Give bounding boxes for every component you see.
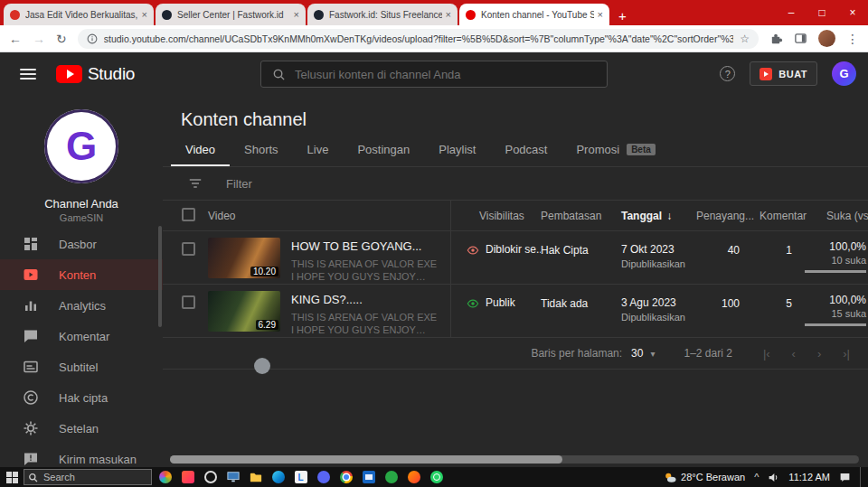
close-button[interactable]: ×: [837, 0, 868, 25]
tab-shorts[interactable]: Shorts: [230, 133, 293, 166]
spotify-icon[interactable]: [380, 467, 402, 487]
profile-avatar[interactable]: [818, 30, 835, 47]
reload-button[interactable]: ↻: [56, 33, 67, 45]
weather-widget[interactable]: 28°C Berawan: [664, 472, 745, 483]
studio-search-input[interactable]: [295, 68, 596, 81]
help-icon[interactable]: ?: [720, 66, 735, 81]
address-bar[interactable]: studio.youtube.com/channel/UCaSDbTx9KnMM…: [78, 29, 759, 49]
forward-button[interactable]: →: [33, 33, 45, 45]
video-title[interactable]: KING DS?.....: [291, 293, 440, 306]
sidebar-item-hak-cipta[interactable]: Hak cipta: [0, 382, 163, 413]
browser-tab-2[interactable]: Seller Center | Fastwork.id ×: [156, 4, 306, 25]
extensions-icon[interactable]: [769, 32, 783, 45]
outlook-icon[interactable]: [357, 467, 380, 487]
tab-playlist[interactable]: Playlist: [424, 133, 490, 166]
volume-icon[interactable]: [768, 472, 779, 483]
next-page-icon[interactable]: ›: [817, 347, 821, 361]
file-explorer-icon[interactable]: [244, 467, 267, 487]
minimize-button[interactable]: –: [776, 0, 807, 25]
tab-close-icon[interactable]: ×: [598, 9, 603, 20]
notifications-icon[interactable]: [839, 472, 851, 483]
tab-podcast[interactable]: Podcast: [490, 133, 561, 166]
photos-app-icon[interactable]: [176, 467, 199, 487]
studio-brand[interactable]: Studio: [56, 64, 135, 84]
scrollbar-thumb[interactable]: [170, 455, 562, 464]
row-checkbox[interactable]: [182, 242, 195, 256]
bookmark-star-icon[interactable]: ☆: [740, 33, 750, 45]
firefox-icon[interactable]: [402, 467, 425, 487]
visibility-blocked-icon: [467, 244, 479, 259]
sidebar-scrollbar[interactable]: [158, 226, 162, 327]
studio-search[interactable]: [260, 61, 608, 88]
start-button[interactable]: [0, 467, 24, 487]
whatsapp-icon[interactable]: [425, 467, 448, 487]
taskbar-clock[interactable]: 11:12 AM: [788, 472, 830, 482]
sidebar-item-komentar[interactable]: Komentar: [0, 321, 163, 351]
browser-tab-3[interactable]: Fastwork.id: Situs Freelance Onl ×: [307, 4, 458, 25]
column-header-date[interactable]: Tanggal ↓: [615, 210, 696, 222]
tab-postingan[interactable]: Postingan: [343, 133, 424, 166]
last-page-icon[interactable]: ›|: [843, 347, 850, 361]
tab-close-icon[interactable]: ×: [142, 9, 147, 20]
sidebar-item-analytics[interactable]: Analytics: [0, 290, 163, 321]
prev-page-icon[interactable]: ‹: [792, 347, 796, 361]
site-info-icon[interactable]: [87, 33, 98, 44]
maximize-button[interactable]: □: [807, 0, 837, 25]
tab-close-icon[interactable]: ×: [446, 9, 451, 20]
likes-count: 15 suka: [794, 308, 866, 319]
content-icon: [23, 267, 39, 283]
video-date: 7 Okt 2023: [621, 243, 696, 256]
tab-promosi[interactable]: Promosi Beta: [561, 133, 669, 166]
search-icon: [272, 68, 286, 81]
browser-tab-active[interactable]: Konten channel - YouTube Stu ×: [459, 4, 609, 25]
tray-expand-icon[interactable]: ^: [754, 472, 759, 482]
browser-menu-icon[interactable]: ⋮: [846, 33, 859, 45]
sidebar-item-kirim-masukan[interactable]: Kirim masukan: [0, 444, 163, 467]
row-checkbox[interactable]: [182, 295, 195, 309]
taskbar-search[interactable]: Search: [24, 469, 152, 485]
url-text[interactable]: studio.youtube.com/channel/UCaSDbTx9KnMM…: [104, 33, 734, 44]
dashboard-icon: [23, 236, 39, 252]
discord-icon[interactable]: [312, 467, 335, 487]
account-avatar[interactable]: G: [832, 61, 856, 86]
opera-icon[interactable]: [199, 467, 222, 487]
menu-icon[interactable]: [20, 69, 36, 80]
create-button[interactable]: BUAT: [750, 61, 817, 86]
docs-app-icon[interactable]: [289, 467, 312, 487]
back-button[interactable]: ←: [9, 33, 22, 45]
restriction-label[interactable]: Tidak ada: [541, 285, 615, 337]
show-desktop-button[interactable]: [860, 467, 864, 487]
video-title[interactable]: HOW TO BE GOYANG...: [291, 239, 440, 253]
video-thumbnail[interactable]: 6.29: [208, 291, 280, 332]
video-row[interactable]: 10.20 HOW TO BE GOYANG... THIS IS ARENA …: [163, 231, 868, 285]
monitor-app-icon[interactable]: [222, 467, 244, 487]
horizontal-scrollbar[interactable]: [170, 455, 859, 464]
rows-per-page-caret-icon[interactable]: ▾: [650, 349, 655, 359]
sidebar-item-subtitel[interactable]: Subtitel: [0, 351, 163, 382]
select-all-checkbox[interactable]: [182, 208, 195, 221]
first-page-icon[interactable]: |‹: [763, 347, 770, 361]
chrome-icon[interactable]: [335, 467, 357, 487]
tab-label: Video: [185, 143, 215, 156]
video-thumbnail[interactable]: 10.20: [208, 238, 280, 278]
visibility-label[interactable]: Diblokir se...: [486, 243, 541, 256]
filter-bar[interactable]: Filter: [163, 167, 868, 201]
video-row[interactable]: 6.29 KING DS?..... THIS IS ARENA OF VALO…: [163, 285, 868, 338]
tab-strip: Jasa Edit Video Berkualitas, Mu × Seller…: [0, 0, 627, 25]
visibility-label[interactable]: Publik: [486, 296, 515, 309]
rows-per-page-value[interactable]: 30: [631, 347, 643, 360]
sidebar-item-konten[interactable]: Konten: [0, 259, 163, 290]
channel-avatar[interactable]: G: [44, 109, 118, 183]
restriction-label[interactable]: Hak Cipta: [541, 231, 615, 284]
header-actions: ? BUAT G: [720, 61, 868, 86]
sidebar-item-setelan[interactable]: Setelan: [0, 413, 163, 444]
sidebar-item-dasbor[interactable]: Dasbor: [0, 229, 163, 259]
browser-tab-1[interactable]: Jasa Edit Video Berkualitas, Mu ×: [4, 4, 154, 25]
side-panel-icon[interactable]: [794, 32, 807, 45]
palette-app-icon[interactable]: [154, 467, 176, 487]
edge-icon[interactable]: [267, 467, 289, 487]
tab-close-icon[interactable]: ×: [294, 9, 299, 20]
tab-video[interactable]: Video: [171, 133, 230, 166]
new-tab-button[interactable]: +: [618, 9, 627, 23]
tab-live[interactable]: Live: [293, 133, 344, 166]
